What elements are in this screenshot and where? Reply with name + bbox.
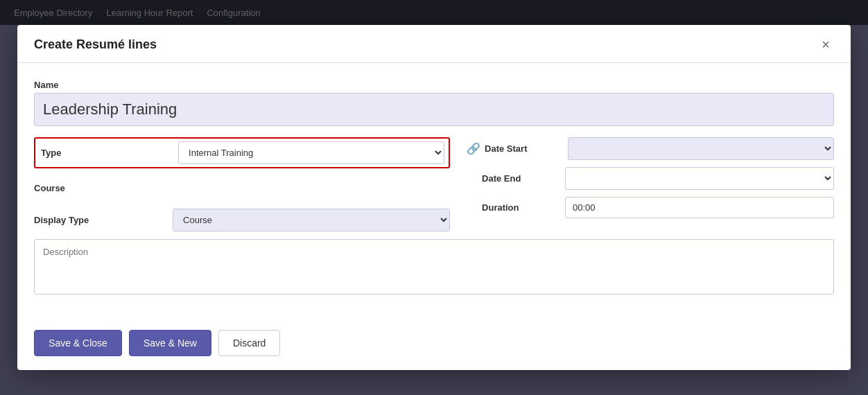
type-label: Type — [40, 148, 178, 158]
left-column: Type Internal Training External Training… — [34, 137, 450, 239]
display-type-field-row: Display Type Course Education Experience — [34, 207, 450, 232]
duration-control — [565, 197, 834, 218]
display-type-control: Course Education Experience — [173, 209, 450, 231]
date-end-row: Date End — [467, 167, 834, 190]
duration-label: Duration — [482, 202, 565, 213]
course-field-row: Course — [34, 175, 450, 200]
save-new-button[interactable]: Save & New — [129, 330, 211, 356]
date-start-select[interactable] — [568, 137, 834, 160]
modal-footer: Save & Close Save & New Discard — [17, 319, 851, 370]
date-start-control — [568, 137, 834, 160]
create-resume-lines-modal: Create Resumé lines × Name Type Internal… — [17, 25, 851, 370]
date-start-label: Date Start — [485, 143, 568, 154]
middle-form-row: Type Internal Training External Training… — [34, 137, 834, 239]
course-label: Course — [34, 183, 173, 193]
type-select[interactable]: Internal Training External Training Cert… — [178, 141, 444, 164]
discard-button[interactable]: Discard — [218, 330, 280, 356]
display-type-select[interactable]: Course Education Experience — [173, 209, 450, 231]
name-field-group: Name — [34, 80, 834, 126]
save-close-button[interactable]: Save & Close — [34, 330, 122, 356]
modal-header: Create Resumé lines × — [17, 25, 851, 63]
name-label: Name — [34, 80, 834, 90]
type-control: Internal Training External Training Cert… — [178, 141, 444, 164]
date-end-select[interactable] — [565, 167, 834, 190]
duration-input[interactable] — [565, 197, 834, 218]
date-start-row: 🔗 Date Start — [467, 137, 834, 160]
external-link-icon: 🔗 — [467, 142, 480, 155]
display-type-label: Display Type — [34, 215, 173, 225]
modal-body: Name Type Internal Training External Tra… — [17, 63, 851, 319]
description-textarea[interactable] — [34, 239, 834, 295]
description-field-group — [34, 239, 834, 297]
name-input[interactable] — [34, 93, 834, 126]
date-end-control — [565, 167, 834, 190]
modal-close-button[interactable]: × — [817, 36, 834, 53]
date-end-label: Date End — [482, 173, 565, 184]
type-field-highlighted: Type Internal Training External Training… — [34, 137, 450, 168]
duration-row: Duration — [467, 197, 834, 218]
right-column: 🔗 Date Start Date End — [450, 137, 834, 225]
modal-title: Create Resumé lines — [34, 37, 157, 52]
